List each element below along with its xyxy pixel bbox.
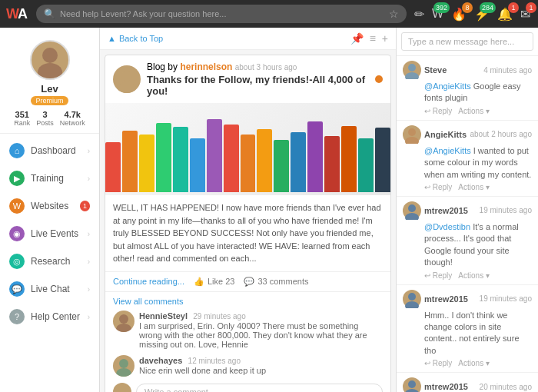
sidebar-item-label-training: Training	[31, 173, 64, 184]
message-item-mtrew2: mtrew2015 19 minutes ago Hmm.. I don't t…	[397, 285, 538, 374]
network-stat: 4.7k Network	[60, 110, 85, 127]
comment-item-2: davehayes 12 minutes ago Nice erin well …	[113, 355, 383, 377]
search-input[interactable]	[60, 9, 384, 18]
bell-badge: 1	[508, 2, 519, 13]
posts-stat: 3 Posts	[36, 110, 54, 127]
post-blog-label: Blog by herinnelson about 3 hours ago	[147, 61, 369, 72]
center-content: ▲ Back to Top 📌 ≡ + Blog by	[100, 28, 396, 392]
sidebar-item-live-events[interactable]: ◉ Live Events ›	[0, 220, 99, 247]
actions-link-4[interactable]: Actions ▾	[458, 359, 490, 367]
comment-item: HennieSteyl 29 minutes ago I am surprise…	[113, 311, 383, 349]
logo: WA	[6, 6, 27, 22]
reply-link-2[interactable]: ↩ Reply	[424, 183, 452, 191]
svg-point-14	[408, 204, 416, 212]
comment-input[interactable]	[136, 384, 383, 393]
star-icon[interactable]: ☆	[389, 8, 399, 20]
post-meta: Blog by herinnelson about 3 hours ago Th…	[147, 61, 369, 97]
lightning-button[interactable]: ⚡ 284	[473, 5, 491, 23]
svg-point-5	[116, 324, 131, 332]
sidebar-item-help-center[interactable]: ? Help Center ›	[0, 303, 99, 331]
svg-point-0	[42, 48, 58, 63]
message-item-mtrew1: mtrew2015 19 minutes ago @Dvdestibn It's…	[397, 197, 538, 285]
help-center-icon: ?	[9, 309, 25, 324]
search-bar[interactable]: 🔍 ☆	[36, 5, 407, 23]
live-events-icon: ◉	[9, 226, 25, 241]
svg-point-4	[119, 314, 128, 324]
message-header: Steve 4 minutes ago	[403, 61, 532, 79]
like-button[interactable]: 👍 Like 23	[194, 277, 234, 287]
right-sidebar: Steve 4 minutes ago @AngieKitts Google e…	[396, 28, 538, 392]
chevron-icon-live-chat: ›	[88, 285, 90, 294]
sidebar-item-label-live-events: Live Events	[31, 228, 78, 239]
message-reply-area: ↩ Reply Actions ▾	[424, 107, 532, 115]
actions-link-2[interactable]: Actions ▾	[458, 183, 490, 191]
comment-content-2: davehayes 12 minutes ago Nice erin well …	[139, 355, 383, 375]
message-text-steve: @AngieKitts Google easy fonts plugin	[424, 81, 532, 105]
read-more-link[interactable]: Continue reading...	[113, 277, 184, 286]
sidebar-item-live-chat[interactable]: 💬 Live Chat ›	[0, 275, 99, 303]
post-author[interactable]: herinnelson	[180, 61, 232, 72]
sidebar-item-dashboard[interactable]: ⌂ Dashboard ›	[0, 137, 99, 164]
pencil-button[interactable]: ✏	[413, 5, 426, 23]
thumbs-up-icon: 👍	[194, 277, 204, 287]
svg-point-6	[119, 359, 128, 368]
filter-icon[interactable]: ≡	[370, 32, 376, 45]
actions-link[interactable]: Actions ▾	[458, 107, 490, 115]
pin-icon[interactable]: 📌	[350, 32, 364, 45]
reply-link[interactable]: ↩ Reply	[424, 107, 452, 115]
comment-icon: 💬	[244, 277, 254, 287]
post-body-text: WELL, IT HAS HAPPENED! I now have more f…	[105, 195, 390, 271]
svg-point-15	[405, 213, 419, 220]
actions-link-3[interactable]: Actions ▾	[458, 271, 490, 280]
chevron-icon-training: ›	[88, 174, 90, 183]
back-to-top-bar: ▲ Back to Top 📌 ≡ +	[100, 28, 396, 50]
message-text-mtrew1: @Dvdestibn It's a normal process... It's…	[424, 221, 532, 269]
view-all-comments-link[interactable]: View all comments	[113, 297, 383, 306]
svg-point-10	[408, 64, 416, 71]
svg-point-2	[121, 71, 132, 81]
sidebar-item-training[interactable]: ▶ Training ›	[0, 164, 99, 192]
message-avatar-steve	[403, 61, 421, 79]
rank-stat: 351 Rank	[14, 110, 30, 127]
search-icon: 🔍	[44, 8, 55, 19]
reply-link-4[interactable]: ↩ Reply	[424, 359, 452, 367]
message-avatar-angiekitts	[403, 125, 421, 144]
chevron-icon-live-events: ›	[88, 230, 90, 238]
comments-section: View all comments HennieSteyl 29 minutes…	[105, 291, 390, 393]
websites-icon: W	[9, 198, 25, 214]
post-title: Thanks for the Follow, my friends!-All 4…	[147, 72, 369, 97]
message-item-mtrew3: mtrew2015 20 minutes ago @AngieKitts The…	[397, 373, 538, 392]
plus-icon[interactable]: +	[382, 32, 388, 45]
chevron-icon: ›	[88, 147, 90, 155]
profile-area: Lev Premium 351 Rank 3 Posts 4.7k Networ…	[0, 34, 99, 134]
silhouettes	[105, 103, 390, 195]
bell-button[interactable]: 🔔 1	[496, 5, 514, 23]
comment-input-avatar	[113, 383, 131, 393]
pencil-icon: ✏	[414, 8, 424, 21]
top-nav: WA 🔍 ☆ ✏ W 392 🔥 8 ⚡ 284 🔔 1 ✉ 1	[0, 0, 538, 28]
fire-button[interactable]: 🔥 8	[450, 5, 468, 23]
svg-point-12	[408, 128, 416, 136]
post-time: about 3 hours ago	[235, 63, 297, 71]
comment-button[interactable]: 💬 33 comments	[244, 277, 308, 287]
back-to-top-button[interactable]: ▲ Back to Top	[108, 34, 163, 43]
svg-point-18	[408, 380, 416, 388]
messages-list: Steve 4 minutes ago @AngieKitts Google e…	[397, 56, 538, 392]
sidebar-item-research[interactable]: ◎ Research ›	[0, 247, 99, 275]
reply-link-3[interactable]: ↩ Reply	[424, 271, 452, 280]
wa-count-button[interactable]: W 392	[430, 5, 445, 22]
email-button[interactable]: ✉ 1	[519, 5, 532, 23]
svg-point-1	[38, 63, 62, 78]
sidebar-item-label-dashboard: Dashboard	[31, 145, 76, 156]
message-input[interactable]	[401, 32, 533, 51]
sidebar-item-websites[interactable]: W Websites 1	[0, 192, 99, 220]
message-avatar-mtrew3	[403, 377, 421, 392]
comment-avatar-2	[113, 355, 134, 377]
username: Lev	[41, 83, 58, 95]
dashboard-icon: ⌂	[9, 143, 25, 158]
websites-badge: 1	[80, 201, 90, 211]
message-input-area	[397, 28, 538, 56]
training-icon: ▶	[9, 171, 25, 186]
message-reply-area-3: ↩ Reply Actions ▾	[424, 271, 532, 280]
lightning-badge: 284	[480, 2, 496, 13]
